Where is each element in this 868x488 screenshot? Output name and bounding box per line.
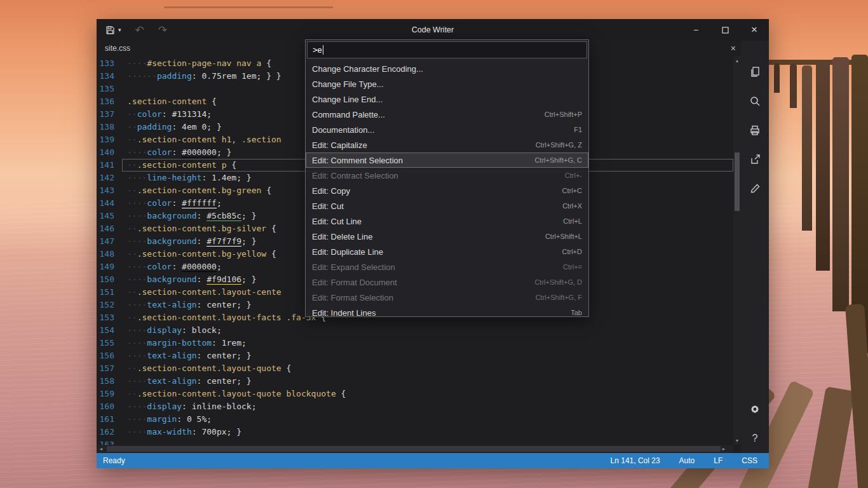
line-number: 138 xyxy=(97,121,122,133)
close-button[interactable]: × xyxy=(740,19,769,41)
line-code: ····text-align: center; } xyxy=(122,349,733,362)
share-button[interactable] xyxy=(748,152,762,166)
palette-item-label: Documentation... xyxy=(312,125,574,135)
wooden-post xyxy=(774,64,780,93)
scroll-left-icon[interactable]: ◄ xyxy=(97,445,105,453)
palette-item[interactable]: Change Line End... xyxy=(306,92,588,107)
line-number: 155 xyxy=(97,337,122,349)
window-controls: − × xyxy=(654,19,769,41)
line-number: 156 xyxy=(97,349,122,362)
window-title: Code Writer xyxy=(211,25,654,34)
palette-item[interactable]: Edit: Duplicate LineCtrl+D xyxy=(306,244,588,259)
palette-item[interactable]: Edit: CapitalizeCtrl+Shift+G, Z xyxy=(306,137,588,152)
code-line[interactable]: 154····display: block; xyxy=(97,324,733,337)
palette-item[interactable]: Edit: CopyCtrl+C xyxy=(306,183,588,198)
line-number: 150 xyxy=(97,273,122,286)
wooden-post xyxy=(816,61,830,271)
printer-icon xyxy=(749,124,761,137)
scroll-right-icon[interactable]: ► xyxy=(719,445,728,453)
find-button[interactable] xyxy=(748,94,762,108)
palette-item-shortcut: F1 xyxy=(574,126,582,133)
help-button[interactable]: ? xyxy=(748,431,762,445)
palette-item[interactable]: Edit: Indent LinesTab xyxy=(306,305,588,316)
line-code xyxy=(122,438,733,445)
line-number: 152 xyxy=(97,299,122,311)
line-number: 143 xyxy=(97,184,122,197)
horizontal-scrollbar[interactable]: ◄ ► xyxy=(97,445,733,453)
line-number: 148 xyxy=(97,248,122,261)
redo-button[interactable]: ↷ xyxy=(158,24,167,37)
tab-close-icon[interactable]: × xyxy=(731,41,736,56)
desktop: { "window": { "title": "Code Writer" }, … xyxy=(0,0,868,488)
palette-item-shortcut: Ctrl+Shift+G, D xyxy=(534,278,582,286)
print-button[interactable] xyxy=(748,123,762,137)
palette-item[interactable]: Change File Type... xyxy=(306,76,588,92)
code-line[interactable]: 161····margin: 0 5%; xyxy=(97,413,733,426)
palette-item[interactable]: Edit: Cut LineCtrl+L xyxy=(306,214,588,229)
language-indicator[interactable]: CSS xyxy=(742,456,757,465)
scroll-up-icon[interactable]: ▲ xyxy=(733,56,741,65)
gear-icon xyxy=(748,402,762,416)
palette-item[interactable]: Edit: CutCtrl+X xyxy=(306,198,588,214)
tab-site-css[interactable]: site.css xyxy=(105,41,130,56)
code-line[interactable]: 163 xyxy=(97,438,733,445)
palette-item[interactable]: Command Palette...Ctrl+Shift+P xyxy=(306,107,588,122)
copy-page-icon xyxy=(749,65,761,78)
line-number: 159 xyxy=(97,388,122,400)
palette-item[interactable]: Edit: Contract SelectionCtrl+- xyxy=(306,168,588,183)
code-line[interactable]: 159··.section-content.layout-quote block… xyxy=(97,388,733,400)
line-ending-indicator[interactable]: LF xyxy=(714,456,722,465)
palette-item[interactable]: Edit: Format SelectionCtrl+Shift+G, F xyxy=(306,290,588,305)
code-line[interactable]: 157··.section-content.layout-quote { xyxy=(97,362,733,375)
palette-item-label: Edit: Indent Lines xyxy=(312,308,571,317)
save-button[interactable]: ▾ xyxy=(105,25,121,36)
palette-item-shortcut: Ctrl+Shift+G, F xyxy=(536,294,582,301)
title-bar[interactable]: ▾ ↶ ↷ Code Writer − × xyxy=(97,19,769,41)
line-number: 154 xyxy=(97,324,122,337)
code-line[interactable]: 162····max-width: 700px; } xyxy=(97,426,733,438)
code-line[interactable]: 156····text-align: center; } xyxy=(97,349,733,362)
palette-item[interactable]: Change Character Encoding... xyxy=(306,61,588,76)
line-number: 144 xyxy=(97,197,122,210)
palette-item[interactable]: Documentation...F1 xyxy=(306,122,588,137)
search-icon xyxy=(749,95,761,107)
vertical-scroll-thumb[interactable] xyxy=(735,152,740,211)
line-number: 161 xyxy=(97,413,122,426)
code-line[interactable]: 158····text-align: center; } xyxy=(97,375,733,388)
line-number: 137 xyxy=(97,108,122,121)
palette-item[interactable]: Edit: Expand SelectionCtrl+= xyxy=(306,259,588,274)
wooden-post xyxy=(802,65,812,231)
palette-item-label: Edit: Format Selection xyxy=(312,293,536,302)
wooden-post xyxy=(832,57,849,311)
palette-item-shortcut: Ctrl+C xyxy=(562,187,582,194)
vertical-scrollbar[interactable]: ▲ ▼ xyxy=(733,56,741,445)
line-number: 160 xyxy=(97,400,122,413)
horizontal-scroll-thumb[interactable] xyxy=(107,446,721,452)
distant-pier xyxy=(164,6,333,8)
line-number: 149 xyxy=(97,261,122,273)
palette-item[interactable]: Edit: Delete LineCtrl+Shift+L xyxy=(306,229,588,244)
cursor-position[interactable]: Ln 141, Col 23 xyxy=(611,456,660,465)
command-input[interactable]: >e xyxy=(307,41,587,58)
copy-page-button[interactable] xyxy=(748,65,762,79)
line-code: ····display: inline-block; xyxy=(122,400,733,413)
line-number: 162 xyxy=(97,426,122,438)
palette-item-shortcut: Ctrl+Shift+L xyxy=(545,233,582,240)
code-line[interactable]: 155····margin-bottom: 1rem; xyxy=(97,337,733,349)
encoding-indicator[interactable]: Auto xyxy=(679,456,695,465)
settings-button[interactable] xyxy=(748,402,762,416)
edit-button[interactable] xyxy=(748,182,762,196)
minimize-button[interactable]: − xyxy=(681,19,710,41)
palette-item-shortcut: Ctrl+Shift+G, C xyxy=(534,156,582,164)
palette-item[interactable]: Edit: Comment SelectionCtrl+Shift+G, C xyxy=(306,152,588,168)
palette-item-label: Edit: Format Document xyxy=(312,278,534,287)
line-code: ····margin-bottom: 1rem; xyxy=(122,337,733,349)
line-code: ··.section-content.layout-quote { xyxy=(122,362,733,375)
palette-item-label: Change Character Encoding... xyxy=(312,64,582,74)
scroll-down-icon[interactable]: ▼ xyxy=(733,436,741,445)
code-line[interactable]: 160····display: inline-block; xyxy=(97,400,733,413)
app-window: ▾ ↶ ↷ Code Writer − × site.css × 133····… xyxy=(97,19,769,468)
palette-item[interactable]: Edit: Format DocumentCtrl+Shift+G, D xyxy=(306,274,588,290)
undo-button[interactable]: ↶ xyxy=(135,24,144,37)
maximize-button[interactable] xyxy=(710,19,740,41)
